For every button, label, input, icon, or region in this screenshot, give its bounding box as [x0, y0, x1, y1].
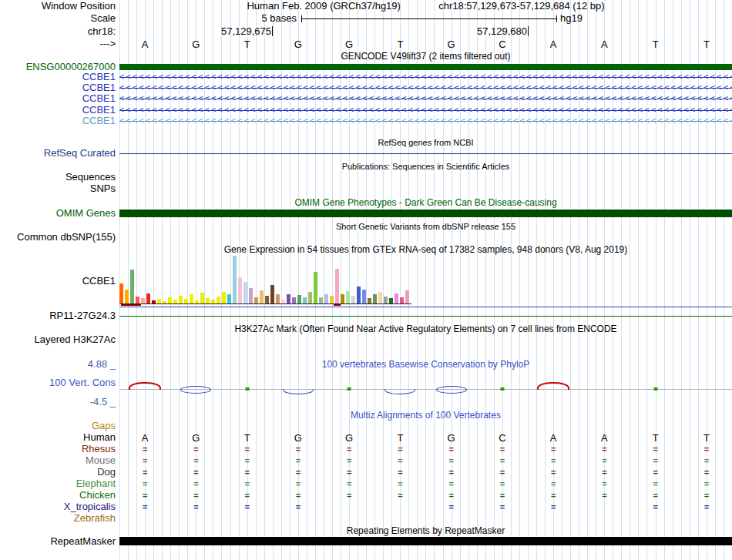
rp11-gene-line[interactable] — [119, 316, 732, 317]
gtex-expression-bar[interactable] — [395, 293, 398, 303]
gtex-expression-bar[interactable] — [125, 290, 129, 303]
gtex-expression-bar[interactable] — [303, 297, 307, 303]
gtex-expression-bar[interactable] — [276, 294, 280, 303]
gencode-track-title[interactable]: GENCODE V49lift37 (2 items filtered out) — [119, 51, 732, 62]
rp11-gene-label[interactable]: RP11-27G24.3 — [0, 310, 116, 321]
common-dbsnp-label[interactable]: Common dbSNP(155) — [0, 232, 116, 243]
multiz-species-label-gaps[interactable]: Gaps — [0, 421, 116, 431]
gtex-expression-bar[interactable] — [130, 270, 134, 303]
gencode-transcript-label[interactable]: CCBE1 — [0, 105, 116, 116]
gtex-expression-bar[interactable] — [260, 290, 264, 303]
gencode-transcript-arrows[interactable]: <<<<<<<<<<<<<<<<<<<<<<<<<<<<<<<<<<<<<<<<… — [119, 116, 732, 126]
gtex-expression-bar[interactable] — [335, 269, 339, 303]
gtex-expression-bar[interactable] — [400, 297, 404, 303]
gtex-expression-bar[interactable] — [163, 301, 166, 303]
gtex-expression-bar[interactable] — [357, 287, 361, 303]
gtex-expression-bar[interactable] — [270, 285, 274, 303]
gtex-expression-bar[interactable] — [168, 297, 172, 303]
gencode-transcript-arrows[interactable]: <<<<<<<<<<<<<<<<<<<<<<<<<<<<<<<<<<<<<<<<… — [119, 72, 732, 82]
gtex-expression-bar[interactable] — [384, 297, 388, 303]
gtex-expression-bar[interactable] — [146, 293, 150, 303]
gtex-expression-bar[interactable] — [341, 294, 344, 303]
gtex-expression-bar[interactable] — [217, 297, 220, 303]
gtex-expression-bar[interactable] — [119, 283, 123, 303]
gtex-expression-bar[interactable] — [157, 299, 161, 303]
repeatmasker-track-title[interactable]: Repeating Elements by RepeatMasker — [119, 525, 732, 536]
multiz-species-label-dog[interactable]: Dog — [0, 467, 116, 478]
gencode-transcript-label[interactable]: CCBE1 — [0, 93, 116, 104]
gtex-expression-bar[interactable] — [254, 297, 258, 303]
gtex-gene-label[interactable]: CCBE1 — [0, 276, 116, 287]
gtex-bar-chart[interactable] — [119, 254, 411, 304]
gencode-transcript-arrows[interactable]: <<<<<<<<<<<<<<<<<<<<<<<<<<<<<<<<<<<<<<<<… — [119, 82, 732, 93]
multiz-species-label-mouse[interactable]: Mouse — [0, 455, 116, 466]
gtex-expression-bar[interactable] — [265, 296, 269, 303]
gtex-expression-bar[interactable] — [319, 297, 323, 303]
refseq-curated-label[interactable]: RefSeq Curated — [0, 148, 116, 159]
refseq-track-title[interactable]: RefSeq genes from NCBI — [119, 137, 732, 148]
gtex-expression-bar[interactable] — [141, 298, 145, 303]
conservation-track-title[interactable]: 100 vertebrates Basewise Conservation by… — [119, 359, 732, 370]
gtex-expression-bar[interactable] — [233, 256, 237, 303]
gtex-expression-bar[interactable] — [222, 292, 226, 303]
gtex-expression-bar[interactable] — [389, 298, 393, 303]
gtex-expression-bar[interactable] — [238, 277, 242, 303]
gtex-expression-bar[interactable] — [136, 297, 139, 303]
gtex-expression-bar[interactable] — [292, 297, 296, 303]
gtex-expression-bar[interactable] — [200, 293, 204, 303]
gtex-expression-bar[interactable] — [206, 298, 210, 303]
omim-genes-label[interactable]: OMIM Genes — [0, 208, 116, 219]
gtex-expression-bar[interactable] — [346, 291, 350, 303]
gtex-expression-bar[interactable] — [405, 290, 409, 303]
gencode-transcript-arrows[interactable]: <<<<<<<<<<<<<<<<<<<<<<<<<<<<<<<<<<<<<<<<… — [119, 105, 732, 116]
gencode-transcript-label[interactable]: CCBE1 — [0, 72, 116, 82]
gtex-expression-bar[interactable] — [314, 272, 317, 303]
conservation-track-label[interactable]: 100 Vert. Cons — [0, 377, 116, 388]
gtex-expression-bar[interactable] — [173, 300, 177, 303]
repeatmasker-label[interactable]: RepeatMasker — [0, 536, 116, 547]
gtex-expression-bar[interactable] — [152, 300, 156, 303]
multiz-species-label-rhesus[interactable]: Rhesus — [0, 444, 116, 454]
gtex-expression-bar[interactable] — [378, 292, 382, 303]
omim-gene-bar[interactable] — [119, 210, 732, 217]
refseq-gene-line[interactable] — [119, 153, 732, 154]
gtex-expression-bar[interactable] — [179, 296, 183, 303]
multiz-species-label-zebrafish[interactable]: Zebrafish — [0, 513, 116, 524]
multiz-species-label-chicken[interactable]: Chicken — [0, 490, 116, 501]
dbsnp-track-title[interactable]: Short Genetic Variants from dbSNP releas… — [119, 221, 732, 232]
gtex-expression-bar[interactable] — [351, 296, 355, 303]
gtex-expression-bar[interactable] — [373, 294, 377, 303]
gtex-expression-bar[interactable] — [195, 300, 199, 303]
gtex-expression-bar[interactable] — [227, 294, 231, 303]
snps-label[interactable]: SNPs — [0, 183, 116, 194]
sequences-label[interactable]: Sequences — [0, 172, 116, 183]
gencode-gene-bar[interactable] — [119, 64, 732, 70]
gtex-expression-bar[interactable] — [308, 292, 312, 303]
gtex-expression-bar[interactable] — [287, 294, 290, 303]
multiz-species-label-elephant[interactable]: Elephant — [0, 478, 116, 489]
gtex-expression-bar[interactable] — [297, 295, 301, 303]
omim-track-title[interactable]: OMIM Gene Phenotypes - Dark Green Can Be… — [119, 197, 732, 208]
multiz-species-label-x_tropicalis[interactable]: X_tropicalis — [0, 501, 116, 512]
conservation-wiggle[interactable] — [119, 382, 732, 396]
publications-track-title[interactable]: Publications: Sequences in Scientific Ar… — [119, 161, 732, 172]
multiz-species-label-human[interactable]: Human — [0, 432, 116, 443]
gtex-expression-bar[interactable] — [281, 300, 285, 303]
gtex-expression-bar[interactable] — [324, 294, 328, 303]
gtex-expression-bar[interactable] — [330, 296, 334, 303]
gencode-transcript-label[interactable]: CCBE1 — [0, 116, 116, 126]
gtex-expression-bar[interactable] — [249, 288, 253, 303]
gtex-expression-bar[interactable] — [190, 294, 193, 303]
gtex-expression-bar[interactable] — [362, 290, 366, 303]
multiz-track-title[interactable]: Multiz Alignments of 100 Vertebrates — [119, 410, 732, 421]
repeatmasker-bar[interactable] — [119, 537, 732, 545]
gtex-expression-bar[interactable] — [368, 298, 371, 303]
gencode-transcript-arrows[interactable]: <<<<<<<<<<<<<<<<<<<<<<<<<<<<<<<<<<<<<<<<… — [119, 93, 732, 104]
gtex-expression-bar[interactable] — [184, 299, 188, 303]
gtex-chart[interactable] — [119, 254, 732, 304]
gtex-expression-bar[interactable] — [243, 282, 247, 303]
h3k27ac-track-title[interactable]: H3K27Ac Mark (Often Found Near Active Re… — [119, 324, 732, 334]
gtex-expression-bar[interactable] — [211, 300, 215, 303]
gtex-track-title[interactable]: Gene Expression in 54 tissues from GTEx … — [119, 244, 732, 255]
layered-h3k27ac-label[interactable]: Layered H3K27Ac — [0, 334, 116, 345]
